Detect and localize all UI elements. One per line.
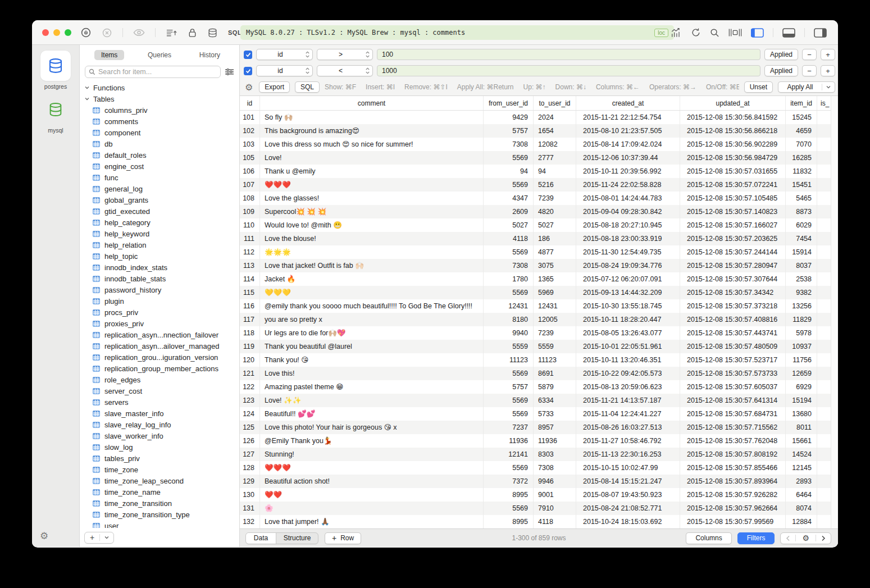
cell-item_id[interactable]: 6029 <box>786 218 817 232</box>
cell-created_at[interactable]: 2015-11-24 22:02:58.828 <box>576 178 680 192</box>
cell-id[interactable]: 112 <box>240 245 260 259</box>
cell-to_user_id[interactable]: 4118 <box>534 515 576 528</box>
sidebar-table-time_zone[interactable]: time_zone <box>80 464 239 475</box>
cell-comment[interactable]: Beautiful action shot! <box>260 475 484 488</box>
cell-item_id[interactable]: 11756 <box>786 353 817 367</box>
sql-button[interactable]: SQL <box>295 81 320 93</box>
connection-icon[interactable] <box>80 27 92 38</box>
table-row-101[interactable]: 101So fly 🙌🏼942920242015-11-21 22:12:54.… <box>240 111 838 124</box>
table-row-118[interactable]: 118Ur legs are to die for🙌🏼💖994072392015… <box>240 326 838 340</box>
data-tab[interactable]: Data <box>246 533 276 544</box>
cell-comment[interactable]: 🌟🌟🌟 <box>260 245 484 259</box>
cell-updated_at[interactable]: 2015-12-08 15:30:57.808192 <box>680 448 786 461</box>
cell-item_id[interactable]: 8011 <box>786 421 817 434</box>
cell-updated_at[interactable]: 2015-12-08 15:30:57.523717 <box>680 353 786 367</box>
sidebar-table-innodb_table_stats[interactable]: innodb_table_stats <box>80 273 239 284</box>
cell-id[interactable]: 117 <box>240 313 260 326</box>
cell-updated_at[interactable]: 2015-12-08 15:30:57.573733 <box>680 367 786 380</box>
add-item-menu-button[interactable] <box>100 535 113 540</box>
sidebar-table-help_relation[interactable]: help_relation <box>80 239 239 250</box>
cell-created_at[interactable]: 2015-09-13 14:44:32.209 <box>576 286 680 299</box>
table-row-106[interactable]: 106Thank u @emily94942015-10-11 20:39:56… <box>240 165 838 178</box>
sidebar-table-general_log[interactable]: general_log <box>80 183 239 194</box>
sidebar-table-time_zone_name[interactable]: time_zone_name <box>80 486 239 498</box>
sidebar-table-procs_priv[interactable]: procs_priv <box>80 307 239 318</box>
cell-comment[interactable]: @Emily Thank you💃 <box>260 434 484 448</box>
cell-comment[interactable]: Jacket 🔥 <box>260 272 484 286</box>
cell-item_id[interactable]: 15245 <box>786 111 817 124</box>
sidebar-table-user[interactable]: user <box>80 520 239 528</box>
cell-to_user_id[interactable]: 6334 <box>534 394 576 407</box>
cell-from_user_id[interactable]: 11123 <box>484 353 534 367</box>
cell-updated_at[interactable]: 2015-12-08 15:30:56.902289 <box>680 138 786 151</box>
sidebar-table-global_grants[interactable]: global_grants <box>80 194 239 206</box>
cell-updated_at[interactable]: 2015-12-08 15:30:57.244144 <box>680 245 786 259</box>
sidebar-table-help_category[interactable]: help_category <box>80 217 239 228</box>
cell-comment[interactable]: Thank u @emily <box>260 165 484 178</box>
add-item-button[interactable]: + <box>85 533 99 542</box>
cell-item_id[interactable]: 6464 <box>786 488 817 502</box>
cell-comment[interactable]: Love this! <box>260 367 484 380</box>
table-row-109[interactable]: 109Supercool💥 💥 💥260948202015-09-04 09:2… <box>240 205 838 218</box>
cell-from_user_id[interactable]: 5559 <box>484 340 534 353</box>
cell-from_user_id[interactable]: 4347 <box>484 192 534 205</box>
cell-item_id[interactable]: 15914 <box>786 245 817 259</box>
cell-created_at[interactable]: 2015-11-13 22:30:16.253 <box>576 448 680 461</box>
filter-settings-gear-icon[interactable]: ⚙ <box>245 82 253 93</box>
cell-id[interactable]: 124 <box>240 407 260 421</box>
cell-item_id[interactable]: 12659 <box>786 367 817 380</box>
cancel-icon[interactable] <box>102 28 112 38</box>
connection-postgres[interactable]: postgres <box>32 51 79 90</box>
cell-comment[interactable]: Love that jumper! 🙏🏾 <box>260 515 484 528</box>
table-row-107[interactable]: 107❤️❤️❤️556952162015-11-24 22:02:58.828… <box>240 178 838 192</box>
table-row-114[interactable]: 114Jacket 🔥178013652015-07-12 06:20:07.0… <box>240 272 838 286</box>
column-header-item_id[interactable]: item_id <box>786 96 817 110</box>
cell-id[interactable]: 114 <box>240 272 260 286</box>
close-window-button[interactable] <box>42 29 49 36</box>
sql-window-icon[interactable]: SQL <box>228 29 242 36</box>
sidebar-table-time_zone_leap_second[interactable]: time_zone_leap_second <box>80 475 239 486</box>
cell-id[interactable]: 129 <box>240 475 260 488</box>
cell-created_at[interactable]: 2015-10-24 18:15:03.692 <box>576 515 680 528</box>
cell-updated_at[interactable]: 2015-12-08 15:30:57.962664 <box>680 502 786 515</box>
connection-mysql[interactable]: mysql <box>32 94 79 134</box>
cell-updated_at[interactable]: 2015-12-08 15:30:57.105485 <box>680 192 786 205</box>
cell-item_id[interactable]: 6929 <box>786 380 817 394</box>
cell-to_user_id[interactable]: 5216 <box>534 178 576 192</box>
cell-comment[interactable]: Love that jacket! Outfit is fab 🙌🏻 <box>260 259 484 272</box>
sidebar-table-help_keyword[interactable]: help_keyword <box>80 228 239 239</box>
filters-button[interactable]: Filters <box>737 532 775 544</box>
cell-from_user_id[interactable]: 8995 <box>484 515 534 528</box>
cell-id[interactable]: 102 <box>240 124 260 138</box>
cell-from_user_id[interactable]: 5569 <box>484 151 534 165</box>
filter-value-input[interactable] <box>377 49 760 60</box>
cell-updated_at[interactable]: 2015-12-08 15:30:57.34342 <box>680 286 786 299</box>
cell-item_id[interactable]: 16285 <box>786 151 817 165</box>
cell-id[interactable]: 120 <box>240 353 260 367</box>
table-row-130[interactable]: 130❤️❤️899590012015-08-07 19:43:50.92320… <box>240 488 838 502</box>
cell-updated_at[interactable]: 2015-12-08 15:30:57.715562 <box>680 421 786 434</box>
table-row-117[interactable]: 117you are so pretty x8180120052015-10-1… <box>240 313 838 326</box>
sidebar-table-help_topic[interactable]: help_topic <box>80 250 239 262</box>
cell-id[interactable]: 115 <box>240 286 260 299</box>
cell-created_at[interactable]: 2015-08-13 20:59:06.623 <box>576 380 680 394</box>
cell-to_user_id[interactable]: 5879 <box>534 380 576 394</box>
cell-from_user_id[interactable]: 8180 <box>484 313 534 326</box>
add-filter-button[interactable]: + <box>821 49 835 60</box>
cell-created_at[interactable]: 2015-08-01 14:24:44.783 <box>576 192 680 205</box>
filter-enabled-checkbox[interactable] <box>244 67 252 75</box>
cell-from_user_id[interactable]: 5757 <box>484 380 534 394</box>
cell-to_user_id[interactable]: 2777 <box>534 151 576 165</box>
cell-comment[interactable]: 🌸 <box>260 502 484 515</box>
table-row-131[interactable]: 131🌸556979102015-08-24 21:08:52.7712015-… <box>240 502 838 515</box>
cell-to_user_id[interactable]: 7308 <box>534 461 576 475</box>
cell-item_id[interactable]: 8873 <box>786 205 817 218</box>
cell-created_at[interactable]: 2015-10-01 22:05:51.961 <box>576 340 680 353</box>
remove-filter-button[interactable]: − <box>802 49 817 60</box>
cell-updated_at[interactable]: 2015-12-08 15:30:57.140823 <box>680 205 786 218</box>
cell-to_user_id[interactable]: 4820 <box>534 205 576 218</box>
cell-created_at[interactable]: 2015-08-26 16:03:27.513 <box>576 421 680 434</box>
sidebar-table-plugin[interactable]: plugin <box>80 295 239 307</box>
settings-gear-icon[interactable]: ⚙ <box>40 530 48 541</box>
log-list-icon[interactable] <box>166 28 177 38</box>
